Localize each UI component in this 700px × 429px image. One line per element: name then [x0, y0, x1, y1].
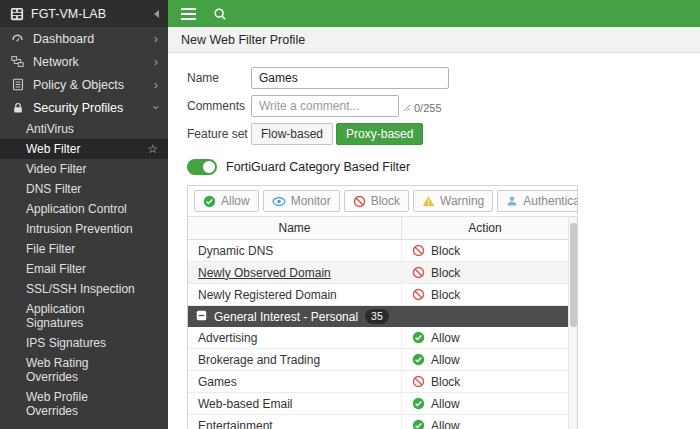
- sidebar-item-video-filter[interactable]: Video Filter: [0, 159, 168, 179]
- sidebar-subitem-label: DNS Filter: [26, 182, 81, 196]
- sidebar-subitem-label: AntiVirus: [26, 122, 74, 136]
- toolbar-button-monitor[interactable]: Monitor: [263, 190, 340, 212]
- sidebar-item-web-rating-overrides[interactable]: Web Rating Overrides: [0, 353, 168, 387]
- sidebar-item-label: Network: [33, 55, 79, 69]
- table-row[interactable]: Newly Registered DomainBlock: [188, 284, 577, 306]
- action-label: Allow: [431, 331, 460, 345]
- sidebar-item-dns-filter[interactable]: DNS Filter: [0, 179, 168, 199]
- table-row[interactable]: EntertainmentAllow: [188, 415, 577, 429]
- table-row[interactable]: GamesBlock: [188, 371, 577, 393]
- toolbar-button-authenticate[interactable]: Authenticate: [497, 190, 578, 212]
- table-toolbar: AllowMonitorBlockWarningAuthenticate: [188, 186, 577, 217]
- proxy-based-button[interactable]: Proxy-based: [336, 123, 423, 145]
- column-header-action[interactable]: Action: [402, 217, 568, 239]
- table-row[interactable]: Web-based EmailAllow: [188, 393, 577, 415]
- toolbar-button-warning[interactable]: Warning: [413, 190, 493, 212]
- name-label: Name: [187, 71, 251, 85]
- monitor-eye-icon: [272, 196, 286, 207]
- sidebar-item-ips-signatures[interactable]: IPS Signatures: [0, 333, 168, 353]
- pin-star-icon[interactable]: ☆: [147, 142, 158, 156]
- menu-icon[interactable]: [181, 8, 196, 20]
- action-cell: Block: [402, 266, 577, 280]
- block-ban-icon: [412, 375, 425, 388]
- action-label: Allow: [431, 419, 460, 429]
- sidebar-subitem-label: Web Filter: [26, 142, 80, 156]
- sidebar-subitem-label: Application Control: [26, 202, 127, 216]
- sidebar-item-dashboard[interactable]: Dashboard›: [0, 27, 168, 50]
- search-icon[interactable]: [213, 7, 227, 21]
- action-label: Block: [431, 244, 460, 258]
- sidebar-item-email-filter[interactable]: Email Filter: [0, 259, 168, 279]
- collapse-minus-icon[interactable]: [196, 310, 207, 324]
- category-name-cell: Games: [188, 371, 402, 392]
- sidebar-subitem-label: IPS Signatures: [26, 336, 106, 350]
- sidebar-subitem-label: Application Signatures: [26, 302, 85, 330]
- sidebar-item-label: Security Profiles: [33, 101, 123, 115]
- page-title: New Web Filter Profile: [181, 33, 305, 47]
- action-cell: Allow: [402, 331, 577, 345]
- block-ban-icon: [412, 288, 425, 301]
- action-label: Allow: [431, 397, 460, 411]
- action-cell: Block: [402, 244, 577, 258]
- table-row[interactable]: Newly Observed DomainBlock: [188, 262, 577, 284]
- main-area: New Web Filter Profile Name Comments 0/2…: [168, 0, 700, 429]
- table-row[interactable]: Dynamic DNSBlock: [188, 240, 577, 262]
- table-row[interactable]: AdvertisingAllow: [188, 327, 577, 349]
- sidebar-item-file-filter[interactable]: File Filter: [0, 239, 168, 259]
- toolbar-button-allow[interactable]: Allow: [194, 190, 259, 212]
- category-name-cell: Advertising: [188, 327, 402, 348]
- category-section-row[interactable]: General Interest - Personal35: [188, 306, 577, 327]
- sidebar-item-security-profiles[interactable]: Security Profiles›: [0, 96, 168, 119]
- flow-based-button[interactable]: Flow-based: [251, 123, 333, 145]
- sidebar-item-web-filter[interactable]: Web Filter☆: [0, 139, 168, 159]
- dashboard-icon: [10, 32, 25, 45]
- warning-triangle-icon: [422, 195, 435, 207]
- category-name-cell: Web-based Email: [188, 393, 402, 414]
- sidebar-nav: Dashboard›Network›Policy & Objects›Secur…: [0, 27, 168, 421]
- table-row[interactable]: Brokerage and TradingAllow: [188, 349, 577, 371]
- resize-handle-icon[interactable]: [403, 102, 411, 114]
- sidebar-item-policy-objects[interactable]: Policy & Objects›: [0, 73, 168, 96]
- block-ban-icon: [412, 266, 425, 279]
- table-scrollbar[interactable]: [568, 217, 577, 429]
- table-header: Name Action: [188, 217, 577, 240]
- table-scrollbar-thumb[interactable]: [570, 223, 577, 327]
- allow-check-icon: [412, 353, 425, 366]
- app-window: FGT-VM-LAB Dashboard›Network›Policy & Ob…: [0, 0, 700, 429]
- toolbar-button-block[interactable]: Block: [344, 190, 409, 212]
- security-profiles-submenu: AntiVirusWeb Filter☆Video FilterDNS Filt…: [0, 119, 168, 421]
- name-input[interactable]: [251, 67, 449, 89]
- sidebar-item-application-control[interactable]: Application Control: [0, 199, 168, 219]
- allow-check-icon: [203, 195, 216, 208]
- category-name-cell: Entertainment: [188, 415, 402, 429]
- comments-input[interactable]: [251, 95, 399, 117]
- page-title-bar: New Web Filter Profile: [168, 27, 700, 53]
- sidebar-item-ssl-ssh-inspection[interactable]: SSL/SSH Inspection: [0, 279, 168, 299]
- sidebar-subitem-label: SSL/SSH Inspection: [26, 282, 135, 296]
- sidebar: FGT-VM-LAB Dashboard›Network›Policy & Ob…: [0, 0, 168, 429]
- action-label: Block: [431, 288, 460, 302]
- sidebar-collapse-icon[interactable]: [154, 10, 159, 18]
- chevron-right-icon: ›: [154, 55, 158, 68]
- topbar: [168, 0, 700, 27]
- action-label: Block: [431, 375, 460, 389]
- fortiguard-toggle[interactable]: [187, 159, 217, 175]
- sidebar-item-label: Dashboard: [33, 32, 94, 46]
- sidebar-item-web-profile-overrides[interactable]: Web Profile Overrides: [0, 387, 168, 421]
- sidebar-subitem-label: Web Rating Overrides: [26, 356, 88, 384]
- allow-check-icon: [412, 419, 425, 429]
- network-icon: [10, 55, 25, 68]
- toolbar-button-label: Block: [371, 194, 400, 208]
- toolbar-button-label: Allow: [221, 194, 250, 208]
- category-name-cell: Brokerage and Trading: [188, 349, 402, 370]
- column-header-name[interactable]: Name: [188, 217, 402, 239]
- sidebar-item-network[interactable]: Network›: [0, 50, 168, 73]
- sidebar-subitem-label: File Filter: [26, 242, 75, 256]
- sidebar-item-application-signatures[interactable]: Application Signatures: [0, 299, 168, 333]
- comments-meta: 0/255: [403, 102, 442, 114]
- chevron-right-icon: ›: [154, 78, 158, 91]
- sidebar-item-intrusion-prevention[interactable]: Intrusion Prevention: [0, 219, 168, 239]
- name-row: Name: [187, 67, 700, 89]
- sidebar-item-antivirus[interactable]: AntiVirus: [0, 119, 168, 139]
- allow-check-icon: [412, 331, 425, 344]
